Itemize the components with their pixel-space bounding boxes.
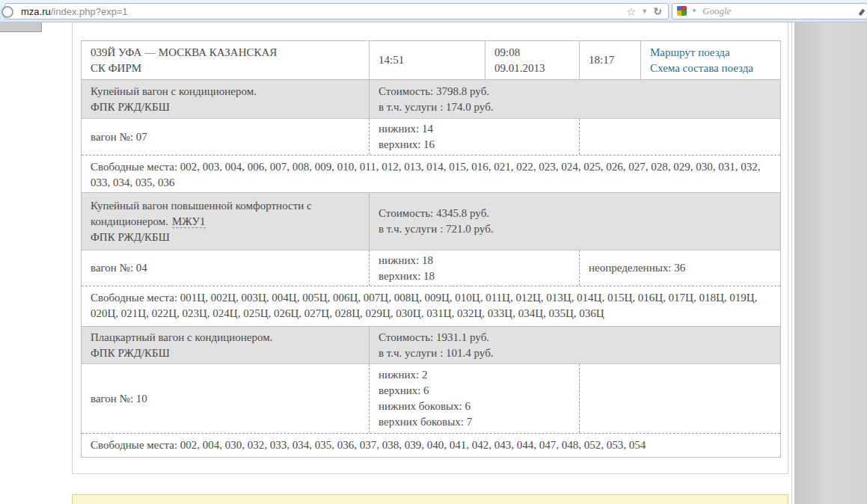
seat-count: верхних: 18 bbox=[379, 268, 572, 284]
route-link[interactable]: Маршрут поезда bbox=[650, 45, 773, 61]
seat-count: верхних: 16 bbox=[379, 137, 572, 153]
seat-count: нижних боковых: 6 bbox=[379, 399, 572, 414]
notice-bar: Внимание! Стоимость проезда указана с уч… bbox=[72, 494, 788, 504]
travel-time-cell: 18:17 bbox=[580, 41, 641, 79]
arrival-time: 09:08 bbox=[494, 45, 572, 61]
price-cell: Стоимость: 1931.1 руб. в т.ч. услуги : 1… bbox=[370, 327, 780, 363]
carrier: ФПК РЖД/КБШ bbox=[91, 345, 361, 361]
car-class-row: Купейный вагон повышенной комфортности с… bbox=[82, 193, 780, 251]
train-subtitle: СК ФИРМ bbox=[91, 61, 361, 76]
car-class-row: Купейный вагон с кондиционером. ФПК РЖД/… bbox=[82, 80, 780, 119]
train-header-row: 039Й УФА — МОСКВА КАЗАНСКАЯ СК ФИРМ 14:5… bbox=[82, 41, 780, 80]
seat-count: нижних: 2 bbox=[379, 367, 572, 383]
train-scheme-link[interactable]: Схема состава поезда bbox=[650, 61, 773, 76]
google-logo-icon[interactable] bbox=[677, 6, 687, 16]
extra-seats-cell: неопределенных: 36 bbox=[580, 251, 780, 286]
search-engine-dropdown-icon[interactable]: ▼ bbox=[691, 8, 697, 14]
search-placeholder[interactable]: Google bbox=[702, 5, 731, 17]
url-domain: mza.ru bbox=[21, 6, 51, 17]
url-text[interactable]: mza.ru/index.php?exp=1 bbox=[21, 6, 128, 17]
price-cell: Стоимость: 3798.8 руб. в т.ч. услуги : 1… bbox=[370, 80, 780, 118]
wagon-number-cell: вагон №: 07 bbox=[82, 119, 370, 155]
services-price: в т.ч. услуги : 721.0 руб. bbox=[379, 221, 773, 237]
services-price: в т.ч. услуги : 174.0 руб. bbox=[379, 99, 773, 115]
price: Стоимость: 3798.8 руб. bbox=[379, 84, 773, 99]
wagon-row: вагон №: 04 нижних: 18 верхних: 18 неопр… bbox=[82, 251, 780, 286]
search-box[interactable]: ▼ Google bbox=[672, 3, 867, 19]
seat-count: нижних: 18 bbox=[379, 253, 572, 268]
car-class-cell: Купейный вагон повышенной комфортности с… bbox=[82, 193, 370, 250]
class-abbr: МЖУ1 bbox=[172, 215, 206, 228]
url-path: /index.php?exp=1 bbox=[51, 6, 128, 17]
train-table: 039Й УФА — МОСКВА КАЗАНСКАЯ СК ФИРМ 14:5… bbox=[81, 40, 781, 458]
history-dropdown-icon[interactable]: ▼ bbox=[641, 8, 648, 15]
clipped-left-element bbox=[0, 22, 42, 32]
price: Стоимость: 4345.8 руб. bbox=[379, 206, 773, 221]
arrival-date: 09.01.2013 bbox=[494, 61, 572, 76]
free-seats-row: Свободные места: 001Ц, 002Ц, 003Ц, 004Ц,… bbox=[82, 286, 780, 327]
train-name-cell: 039Й УФА — МОСКВА КАЗАНСКАЯ СК ФИРМ bbox=[82, 41, 370, 79]
free-seats-cell: Свободные места: 002, 004, 030, 032, 033… bbox=[82, 434, 780, 457]
browser-toolbar: mza.ru/index.php?exp=1 ☆ ▼ ↻ ▼ Google bbox=[0, 0, 867, 22]
extra-seat-count: неопределенных: 36 bbox=[589, 260, 773, 276]
wagon-row: вагон №: 07 нижних: 14 верхних: 16 bbox=[82, 119, 780, 156]
travel-time: 18:17 bbox=[589, 52, 633, 68]
seat-counts-cell: нижних: 2 верхних: 6 нижних боковых: 6 в… bbox=[370, 364, 580, 433]
wagon-number-cell: вагон №: 10 bbox=[82, 364, 370, 433]
wagon-number: вагон №: 07 bbox=[91, 129, 361, 145]
car-class-cell: Купейный вагон с кондиционером. ФПК РЖД/… bbox=[82, 80, 370, 118]
page-right-margin bbox=[794, 22, 867, 504]
departure-time: 14:51 bbox=[379, 52, 477, 68]
car-class-name: Купейный вагон с кондиционером. bbox=[91, 85, 257, 97]
seat-counts-cell: нижних: 18 верхних: 18 bbox=[370, 251, 580, 286]
train-title: 039Й УФА — МОСКВА КАЗАНСКАЯ bbox=[91, 45, 361, 61]
seat-count: верхних: 6 bbox=[379, 383, 572, 399]
page-right-border bbox=[791, 22, 792, 504]
free-seats-cell: Свободные места: 002, 003, 004, 006, 007… bbox=[82, 156, 780, 192]
departure-time-cell: 14:51 bbox=[370, 41, 485, 79]
car-class-row: Плацкартный вагон с кондиционером. ФПК Р… bbox=[82, 327, 780, 364]
seat-count: верхних боковых: 7 bbox=[379, 414, 572, 430]
car-class-cell: Плацкартный вагон с кондиционером. ФПК Р… bbox=[82, 327, 370, 363]
seat-count: нижних: 14 bbox=[379, 121, 572, 137]
wagon-number: вагон №: 04 bbox=[91, 260, 361, 276]
carrier: ФПК РЖД/КБШ bbox=[91, 230, 361, 245]
free-seats-list: Свободные места: 002, 004, 030, 032, 033… bbox=[91, 437, 773, 453]
free-seats-list: Свободные места: 001Ц, 002Ц, 003Ц, 004Ц,… bbox=[91, 290, 773, 322]
services-price: в т.ч. услуги : 101.4 руб. bbox=[379, 345, 773, 361]
free-seats-list: Свободные места: 002, 003, 004, 006, 007… bbox=[91, 159, 773, 191]
bookmark-star-icon[interactable]: ☆ bbox=[626, 6, 636, 17]
results-panel: 039Й УФА — МОСКВА КАЗАНСКАЯ СК ФИРМ 14:5… bbox=[72, 22, 788, 474]
wagon-row: вагон №: 10 нижних: 2 верхних: 6 нижних … bbox=[82, 364, 780, 434]
arrival-cell: 09:08 09.01.2013 bbox=[485, 41, 580, 79]
site-favicon-icon bbox=[1, 6, 13, 18]
extra-seats-cell bbox=[580, 119, 780, 155]
car-class-name: Плацкартный вагон с кондиционером. bbox=[91, 331, 272, 343]
free-seats-cell: Свободные места: 001Ц, 002Ц, 003Ц, 004Ц,… bbox=[82, 286, 780, 326]
extra-seats-cell bbox=[580, 364, 780, 433]
reload-icon[interactable]: ↻ bbox=[653, 6, 662, 16]
price: Стоимость: 1931.1 руб. bbox=[379, 330, 773, 345]
free-seats-row: Свободные места: 002, 003, 004, 006, 007… bbox=[82, 156, 780, 193]
url-bar[interactable]: mza.ru/index.php?exp=1 ☆ ▼ ↻ bbox=[4, 3, 669, 19]
train-links-cell: Маршрут поезда Схема состава поезда bbox=[641, 41, 780, 79]
price-cell: Стоимость: 4345.8 руб. в т.ч. услуги : 7… bbox=[370, 193, 780, 250]
seat-counts-cell: нижних: 14 верхних: 16 bbox=[370, 119, 580, 155]
free-seats-row: Свободные места: 002, 004, 030, 032, 033… bbox=[82, 434, 780, 457]
wagon-number: вагон №: 10 bbox=[91, 391, 361, 407]
carrier: ФПК РЖД/КБШ bbox=[91, 99, 361, 115]
wagon-number-cell: вагон №: 04 bbox=[82, 251, 370, 286]
